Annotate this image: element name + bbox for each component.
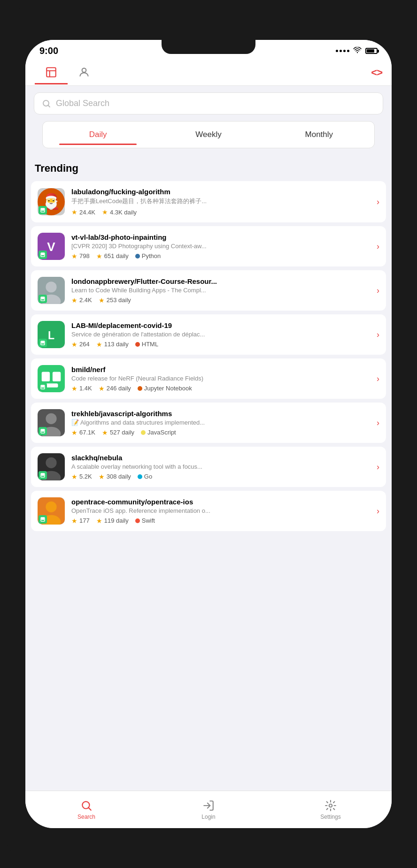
list-item[interactable]: opentrace-community/opentrace-ios OpenTr…: [31, 491, 386, 531]
daily-star-icon: ★: [96, 341, 102, 348]
daily-count: 308 daily: [107, 473, 131, 480]
repo-list: 🎅 labuladong/fucking-algorithm 手把手撕LeetC…: [25, 179, 392, 533]
stars-count: 2.4K: [79, 297, 92, 304]
svg-point-28: [46, 413, 56, 424]
chevron-right-icon: ›: [377, 286, 379, 296]
stars-stat: ★ 264: [71, 341, 90, 348]
nav-settings[interactable]: Settings: [270, 791, 392, 828]
repo-avatar: L: [38, 321, 65, 348]
stars-stat: ★ 67.1K: [71, 429, 95, 436]
tab-weekly[interactable]: Weekly: [153, 124, 263, 145]
daily-count: 4.3K daily: [110, 209, 137, 216]
lang-name: Go: [144, 473, 152, 480]
lang-name: JavaScript: [147, 429, 176, 436]
daily-stat: ★ 651 daily: [96, 252, 129, 260]
nav-login[interactable]: Login: [147, 791, 270, 828]
phone-screen: 9:00: [25, 40, 392, 828]
trending-title: Trending: [25, 154, 392, 179]
list-item[interactable]: L LAB-MI/deplacement-covid-19 Service de…: [31, 314, 386, 355]
stars-count: 177: [79, 517, 90, 524]
daily-star-icon: ★: [99, 473, 105, 480]
search-bar-container: Global Search: [25, 86, 392, 121]
lang-dot: [135, 254, 140, 259]
repo-info: bmild/nerf Code release for NeRF (Neural…: [71, 365, 370, 392]
bookmark-icon: [39, 515, 47, 524]
repo-name: LAB-MI/deplacement-covid-19: [71, 321, 370, 329]
dot-4: [347, 50, 349, 52]
daily-count: 651 daily: [104, 252, 129, 259]
daily-stat: ★ 308 daily: [99, 473, 131, 480]
daily-stat: ★ 527 daily: [102, 429, 134, 436]
list-item[interactable]: 🎅 labuladong/fucking-algorithm 手把手撕LeetC…: [31, 181, 386, 222]
daily-stat: ★ 253 daily: [99, 297, 131, 304]
svg-rect-1: [46, 68, 56, 77]
repo-info: londonappbrewery/Flutter-Course-Resour..…: [71, 277, 370, 304]
login-nav-label: Login: [201, 814, 215, 820]
daily-count: 246 daily: [107, 385, 131, 392]
daily-star-icon: ★: [96, 252, 102, 260]
search-bar[interactable]: Global Search: [34, 92, 383, 114]
tab-repo[interactable]: [35, 61, 68, 84]
chevron-right-icon: ›: [377, 462, 379, 472]
content-area: Trending 🎅 labuladong/fucking-algorithm …: [25, 154, 392, 791]
repo-avatar: [38, 453, 65, 480]
daily-count: 119 daily: [104, 517, 129, 524]
lang-name: HTML: [142, 341, 158, 348]
dot-1: [336, 50, 338, 52]
dot-2: [340, 50, 342, 52]
daily-star-icon: ★: [102, 208, 108, 216]
star-icon: ★: [71, 517, 77, 525]
svg-rect-31: [41, 429, 44, 432]
star-icon: ★: [71, 429, 77, 436]
code-icon[interactable]: <>: [371, 67, 382, 79]
repo-name: londonappbrewery/Flutter-Course-Resour..…: [71, 277, 370, 285]
search-nav-icon: [80, 799, 93, 812]
repo-info: trekhleb/javascript-algorithms 📝 Algorit…: [71, 410, 370, 436]
chevron-right-icon: ›: [377, 418, 379, 428]
repo-info: vt-vl-lab/3d-photo-inpainting [CVPR 2020…: [71, 233, 370, 260]
list-item[interactable]: trekhleb/javascript-algorithms 📝 Algorit…: [31, 403, 386, 443]
repo-stats: ★ 67.1K ★ 527 daily JavaScript: [71, 429, 370, 436]
list-item[interactable]: londonappbrewery/Flutter-Course-Resour..…: [31, 270, 386, 311]
tab-monthly[interactable]: Monthly: [264, 124, 374, 145]
repo-desc: 📝 Algorithms and data structures impleme…: [71, 419, 370, 426]
settings-nav-label: Settings: [320, 814, 340, 820]
repo-avatar: V: [38, 233, 65, 260]
lang-dot: [135, 518, 140, 523]
lang-stat: JavaScript: [141, 429, 176, 436]
daily-stat: ★ 119 daily: [96, 517, 129, 525]
lang-dot: [138, 474, 142, 479]
repo-name: opentrace-community/opentrace-ios: [71, 498, 370, 506]
bookmark-icon: [39, 383, 47, 391]
period-tabs: Daily Weekly Monthly: [42, 121, 375, 148]
lang-stat: Go: [138, 473, 152, 480]
repo-stats: ★ 2.4K ★ 253 daily: [71, 297, 370, 304]
bookmark-icon: [39, 295, 47, 303]
repo-stats: ★ 264 ★ 113 daily HTML: [71, 341, 370, 348]
battery-icon: [365, 48, 378, 54]
status-icons: [336, 47, 378, 55]
stars-count: 24.4K: [79, 209, 95, 216]
repo-name: slackhq/nebula: [71, 454, 370, 462]
star-icon: ★: [71, 252, 77, 260]
daily-stat: ★ 113 daily: [96, 341, 129, 348]
list-item[interactable]: V vt-vl-lab/3d-photo-inpainting [CVPR 20…: [31, 226, 386, 266]
repo-stats: ★ 5.2K ★ 308 daily Go: [71, 473, 370, 480]
svg-rect-22: [42, 372, 50, 381]
repo-avatar: [38, 365, 65, 392]
repo-name: trekhleb/javascript-algorithms: [71, 410, 370, 418]
signal-dots: [336, 50, 349, 52]
repo-name: bmild/nerf: [71, 365, 370, 373]
list-item[interactable]: bmild/nerf Code release for NeRF (Neural…: [31, 358, 386, 399]
daily-stat: ★ 246 daily: [99, 385, 131, 392]
tab-daily[interactable]: Daily: [43, 124, 153, 145]
tab-profile[interactable]: [68, 61, 100, 84]
repo-desc: A scalable overlay networking tool with …: [71, 463, 370, 470]
stars-stat: ★ 1.4K: [71, 385, 92, 392]
nav-search[interactable]: Search: [25, 791, 147, 828]
chevron-right-icon: ›: [377, 330, 379, 340]
svg-rect-41: [41, 518, 44, 520]
list-item[interactable]: slackhq/nebula A scalable overlay networ…: [31, 447, 386, 487]
svg-point-38: [46, 502, 56, 512]
stars-stat: ★ 24.4K: [71, 208, 95, 216]
